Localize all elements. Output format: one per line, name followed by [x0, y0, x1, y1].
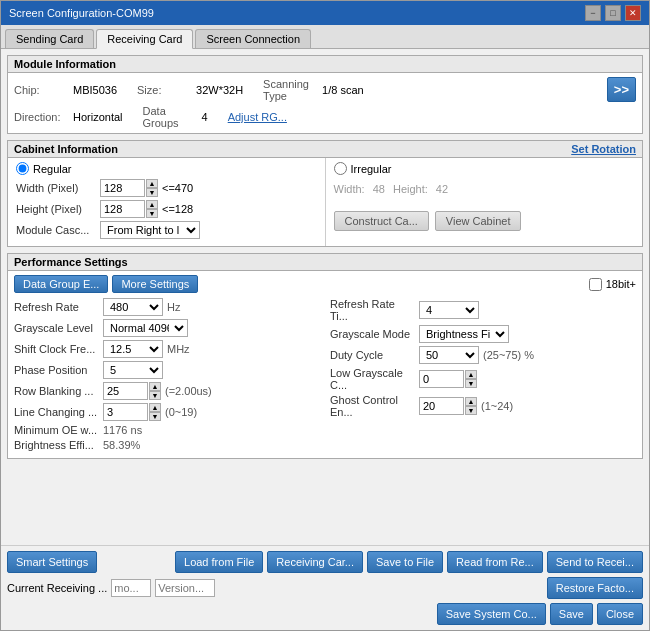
- direction-label: Direction:: [14, 111, 69, 123]
- tab-sending-card[interactable]: Sending Card: [5, 29, 94, 48]
- refresh-rate-select[interactable]: 480: [103, 298, 163, 316]
- double-arrow-button[interactable]: >>: [607, 77, 636, 102]
- regular-radio[interactable]: [16, 162, 29, 175]
- direction-value: Horizontal: [73, 111, 123, 123]
- height-pixel-down[interactable]: ▼: [146, 209, 158, 218]
- width-pixel-spin-btns: ▲ ▼: [146, 179, 158, 197]
- row-blanking-value[interactable]: 25: [103, 382, 148, 400]
- construct-ca-button[interactable]: Construct Ca...: [334, 211, 429, 231]
- save-system-button[interactable]: Save System Co...: [437, 603, 546, 625]
- low-grayscale-label: Low Grayscale C...: [330, 367, 415, 391]
- close-button[interactable]: Close: [597, 603, 643, 625]
- irregular-fields: Width: 48 Height: 42: [334, 183, 635, 195]
- height-constraint: <=128: [162, 203, 193, 215]
- row-blanking-down[interactable]: ▼: [149, 391, 161, 400]
- scan-label: Scanning Type: [263, 78, 318, 102]
- phase-pos-select[interactable]: 5: [103, 361, 163, 379]
- chip-value: MBI5036: [73, 84, 117, 96]
- module-info-title: Module Information: [8, 56, 642, 73]
- view-cabinet-button[interactable]: View Cabinet: [435, 211, 522, 231]
- line-changing-value[interactable]: 3: [103, 403, 148, 421]
- duty-cycle-select[interactable]: 50: [419, 346, 479, 364]
- tab-receiving-card[interactable]: Receiving Card: [96, 29, 193, 49]
- save-button[interactable]: Save: [550, 603, 593, 625]
- minimize-button[interactable]: −: [585, 5, 601, 21]
- irregular-label[interactable]: Irregular: [351, 163, 392, 175]
- restore-facto-button[interactable]: Restore Facto...: [547, 577, 643, 599]
- low-grayscale-down[interactable]: ▼: [465, 379, 477, 388]
- width-pixel-value[interactable]: 128: [100, 179, 145, 197]
- irregular-radio[interactable]: [334, 162, 347, 175]
- adjust-rg-link[interactable]: Adjust RG...: [228, 111, 287, 123]
- width-constraint: <=470: [162, 182, 193, 194]
- chip-pair: Chip: MBI5036: [14, 84, 117, 96]
- width-pixel-down[interactable]: ▼: [146, 188, 158, 197]
- grayscale-level-row: Grayscale Level Normal 4096: [14, 319, 320, 337]
- low-grayscale-up[interactable]: ▲: [465, 370, 477, 379]
- 18bit-checkbox[interactable]: [589, 278, 602, 291]
- data-groups-label: Data Groups: [143, 105, 198, 129]
- width-pixel-up[interactable]: ▲: [146, 179, 158, 188]
- grayscale-mode-select[interactable]: Brightness First: [419, 325, 509, 343]
- version-input[interactable]: [155, 579, 215, 597]
- receiving-car-button[interactable]: Receiving Car...: [267, 551, 363, 573]
- line-changing-down[interactable]: ▼: [149, 412, 161, 421]
- smart-settings-button[interactable]: Smart Settings: [7, 551, 97, 573]
- ghost-control-spinner: 20 ▲ ▼: [419, 397, 477, 415]
- brightness-eff-row: Brightness Effi... 58.39%: [14, 439, 320, 451]
- perf-left-col: Refresh Rate 480 Hz Grayscale Level Norm…: [14, 298, 320, 454]
- low-grayscale-value[interactable]: 0: [419, 370, 464, 388]
- low-grayscale-spinner: 0 ▲ ▼: [419, 370, 477, 388]
- read-from-re-button[interactable]: Read from Re...: [447, 551, 543, 573]
- shift-clock-select[interactable]: 12.5: [103, 340, 163, 358]
- height-pixel-spinner: 128 ▲ ▼: [100, 200, 158, 218]
- line-changing-note: (0~19): [165, 406, 197, 418]
- perf-header-right: 18bit+: [589, 278, 636, 291]
- irr-height-label: Height:: [393, 183, 428, 195]
- width-pixel-label: Width (Pixel): [16, 182, 96, 194]
- window-controls: − □ ✕: [585, 5, 641, 21]
- refresh-rate-ti-row: Refresh Rate Ti... 4: [330, 298, 636, 322]
- height-pixel-row: Height (Pixel) 128 ▲ ▼ <=128: [16, 200, 317, 218]
- main-window: Screen Configuration-COM99 − □ ✕ Sending…: [0, 0, 650, 631]
- refresh-rate-ti-select[interactable]: 4: [419, 301, 479, 319]
- phase-pos-row: Phase Position 5: [14, 361, 320, 379]
- grayscale-level-select[interactable]: Normal 4096: [103, 319, 188, 337]
- height-pixel-up[interactable]: ▲: [146, 200, 158, 209]
- module-info-section: Module Information Chip: MBI5036 Size: 3…: [7, 55, 643, 134]
- ghost-control-row: Ghost Control En... 20 ▲ ▼ (1~24): [330, 394, 636, 418]
- line-changing-up[interactable]: ▲: [149, 403, 161, 412]
- brightness-eff-value: 58.39%: [103, 439, 140, 451]
- close-window-button[interactable]: ✕: [625, 5, 641, 21]
- more-settings-button[interactable]: More Settings: [112, 275, 198, 293]
- bottom-bar: Smart Settings Load from File Receiving …: [1, 545, 649, 630]
- row-blanking-label: Row Blanking ...: [14, 385, 99, 397]
- bottom-row-3: Save System Co... Save Close: [7, 603, 643, 625]
- module-row-1: Chip: MBI5036 Size: 32W*32H Scanning Typ…: [14, 77, 636, 102]
- ghost-control-up[interactable]: ▲: [465, 397, 477, 406]
- row-blanking-up[interactable]: ▲: [149, 382, 161, 391]
- line-changing-label: Line Changing ...: [14, 406, 99, 418]
- regular-label[interactable]: Regular: [33, 163, 72, 175]
- grayscale-mode-label: Grayscale Mode: [330, 328, 415, 340]
- height-pixel-value[interactable]: 128: [100, 200, 145, 218]
- maximize-button[interactable]: □: [605, 5, 621, 21]
- module-casc-select[interactable]: From Right to l: [100, 221, 200, 239]
- min-oe-value: 1176 ns: [103, 424, 142, 436]
- cabinet-irregular-panel: Irregular Width: 48 Height: 42 Construct…: [326, 158, 643, 235]
- save-to-file-button[interactable]: Save to File: [367, 551, 443, 573]
- 18bit-label[interactable]: 18bit+: [606, 278, 636, 290]
- ghost-control-value[interactable]: 20: [419, 397, 464, 415]
- data-group-button[interactable]: Data Group E...: [14, 275, 108, 293]
- module-input[interactable]: [111, 579, 151, 597]
- shift-clock-label: Shift Clock Fre...: [14, 343, 99, 355]
- tab-screen-connection[interactable]: Screen Connection: [195, 29, 311, 48]
- ghost-control-note: (1~24): [481, 400, 513, 412]
- send-to-recei-button[interactable]: Send to Recei...: [547, 551, 643, 573]
- bottom-left-1: Smart Settings: [7, 551, 97, 573]
- brightness-eff-label: Brightness Effi...: [14, 439, 99, 451]
- set-rotation-link[interactable]: Set Rotation: [571, 143, 636, 155]
- ghost-control-down[interactable]: ▼: [465, 406, 477, 415]
- load-from-file-button[interactable]: Load from File: [175, 551, 263, 573]
- perf-body: Refresh Rate 480 Hz Grayscale Level Norm…: [14, 298, 636, 454]
